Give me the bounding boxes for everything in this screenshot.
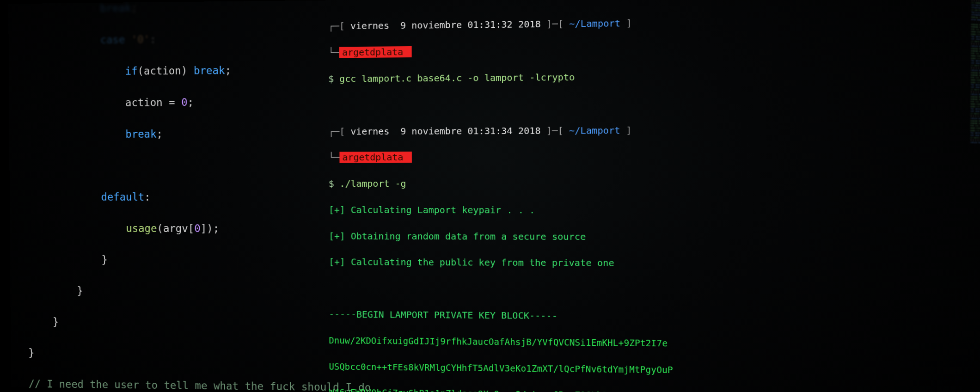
prompt-cwd: ~/Lamport (569, 18, 620, 29)
code-token: break (125, 128, 156, 140)
code-token: ]); (201, 222, 220, 234)
prompt-user-highlight: argetdplata (339, 46, 411, 58)
code-token: action = (125, 96, 181, 108)
prompt-separator: ]─[ (546, 125, 569, 136)
code-token: break (194, 64, 225, 76)
terminal-pane: ┌─[ viernes 9 noviembre 01:31:32 2018 ]─… (328, 1, 790, 392)
prompt-symbol: $ (328, 73, 339, 84)
code-token: 0 (181, 96, 188, 108)
prompt-symbol: $ (329, 178, 340, 189)
code-token: '0' (131, 33, 150, 45)
terminal-output: [+] Calculating Lamport keypair . . . (329, 204, 535, 215)
code-token: ; (225, 64, 232, 76)
key-line: USQbcc0cn++tFEs8kVRMlgCYHhfT5AdlV3eKo1Zm… (329, 361, 673, 374)
editor-minimap[interactable]: if case break actiondefault usage argv} … (968, 0, 980, 392)
prompt-timestamp: viernes 9 noviembre 01:31:34 2018 (345, 125, 546, 137)
terminal-command[interactable]: ./lamport -g (340, 178, 406, 189)
code-token: if (125, 65, 138, 77)
key-block-header: -----BEGIN LAMPORT PRIVATE KEY BLOCK----… (329, 309, 557, 321)
code-token: case (26, 33, 125, 46)
terminal-output: [+] Obtaining random data from a secure … (329, 230, 586, 242)
prompt-corner-icon: ┌─[ (329, 126, 345, 137)
prompt-corner-icon: ┌─[ (328, 21, 345, 32)
prompt-cwd: ~/Lamport (569, 124, 620, 136)
screen: break; case '0': if(action) break; actio… (8, 0, 980, 392)
terminal-command[interactable]: gcc lamport.c base64.c -o lamport -lcryp… (339, 72, 575, 85)
prompt-corner-icon: └─ (328, 47, 339, 58)
code-token: ; (156, 128, 163, 140)
key-line: Dnuw/2KDOifxuigGdIJIj9rfhkJaucOafAhsjB/Y… (329, 335, 668, 348)
key-line: W46wFWRV0hCjZzv6hB1o1nZldsceQXqQmcy8/gtg… (329, 387, 662, 392)
prompt-user-highlight: argetdplata (340, 152, 412, 163)
prompt-separator: ] (620, 124, 632, 135)
code-token: : (144, 191, 151, 203)
code-token: (argv[ (157, 222, 194, 234)
terminal-output: [+] Calculating the public key from the … (329, 257, 614, 269)
code-token: : (150, 33, 156, 45)
prompt-separator: ]─[ (546, 18, 569, 30)
code-comment: // I need the user to tell me what the f… (29, 378, 371, 392)
code-token: (action) (137, 64, 187, 77)
code-token: usage (126, 222, 157, 234)
code-token: 0 (194, 222, 201, 234)
code-token: ; (188, 96, 194, 108)
prompt-separator: ] (620, 18, 632, 29)
prompt-timestamp: viernes 9 noviembre 01:31:32 2018 (345, 18, 546, 32)
prompt-corner-icon: └─ (329, 152, 340, 163)
code-token: default (101, 191, 145, 203)
